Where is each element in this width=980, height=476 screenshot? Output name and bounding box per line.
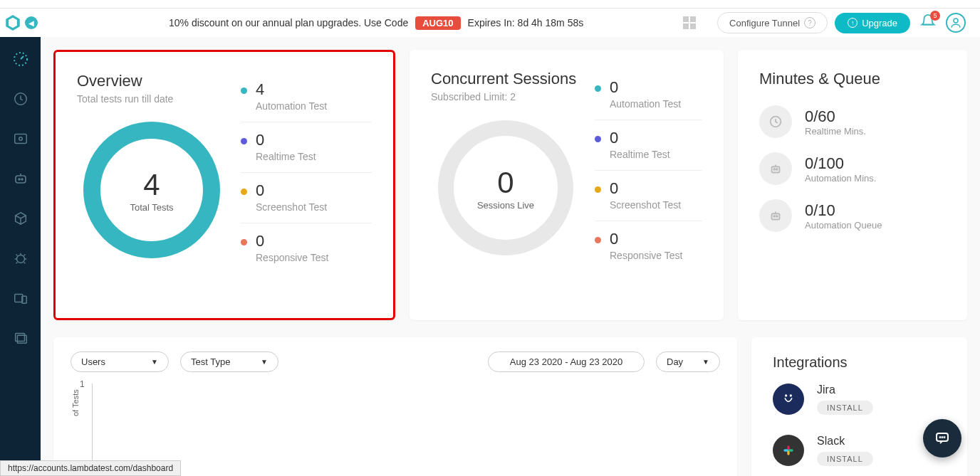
stat-dot-icon bbox=[241, 88, 247, 94]
browser-icon bbox=[12, 131, 29, 147]
sidebar-item-responsive[interactable] bbox=[11, 289, 30, 307]
stat-value: 0 bbox=[610, 80, 681, 95]
notification-count-badge: 5 bbox=[930, 11, 940, 21]
notifications-button[interactable]: 5 bbox=[920, 14, 936, 32]
stat-label: Screenshot Test bbox=[610, 199, 681, 211]
jira-icon bbox=[773, 384, 804, 415]
svg-point-30 bbox=[942, 437, 943, 438]
overview-stats-list: 4Automation Test 0Realtime Test 0Screens… bbox=[241, 72, 372, 273]
stat-row: 0Responsive Test bbox=[595, 221, 702, 271]
stat-dot-icon bbox=[595, 186, 601, 193]
svg-rect-12 bbox=[17, 335, 26, 343]
overview-title: Overview bbox=[77, 72, 226, 90]
stat-value: 0 bbox=[256, 233, 328, 249]
overview-subtitle: Total tests run till date bbox=[77, 93, 226, 105]
configure-tunnel-button[interactable]: Configure Tunnel ? bbox=[717, 12, 828, 33]
granularity-dropdown[interactable]: Day▼ bbox=[656, 351, 720, 372]
usage-chart: 1 of Tests bbox=[92, 384, 720, 469]
promo-code-badge: AUG10 bbox=[415, 16, 460, 30]
concurrent-sessions-card: Concurrent Sessions Subscribed Limit: 2 … bbox=[410, 50, 724, 320]
integration-row: SlackINSTALL bbox=[773, 425, 946, 476]
install-button[interactable]: INSTALL bbox=[817, 401, 873, 415]
mq-value: 0/10 bbox=[805, 201, 882, 220]
overview-donut-chart: 4 Total Tests bbox=[80, 119, 223, 261]
dropdown-label: Aug 23 2020 - Aug 23 2020 bbox=[510, 356, 622, 367]
stat-row: 0Screenshot Test bbox=[241, 173, 372, 223]
svg-rect-19 bbox=[772, 213, 780, 219]
svg-point-0 bbox=[954, 18, 958, 23]
concurrent-total-label: Sessions Live bbox=[477, 200, 534, 211]
user-icon bbox=[949, 16, 962, 29]
stat-label: Automation Test bbox=[610, 98, 681, 110]
mq-item: 0/60Realtime Mins. bbox=[759, 105, 946, 138]
gauge-icon bbox=[12, 51, 29, 68]
sidebar-item-realtime[interactable] bbox=[11, 90, 30, 108]
install-button[interactable]: INSTALL bbox=[817, 452, 873, 466]
clock-circle-icon bbox=[759, 105, 792, 138]
logo-icon[interactable] bbox=[4, 14, 22, 32]
stat-label: Screenshot Test bbox=[256, 201, 327, 213]
cube-icon bbox=[13, 211, 28, 226]
sidebar-item-bug[interactable] bbox=[11, 249, 30, 268]
integrations-title: Integrations bbox=[773, 354, 946, 371]
stat-label: Realtime Test bbox=[256, 151, 316, 162]
minutes-queue-title: Minutes & Queue bbox=[759, 70, 946, 88]
integration-row: JiraINSTALL bbox=[773, 374, 946, 425]
sidebar-item-folder[interactable] bbox=[11, 329, 30, 347]
usage-chart-card: Users▼ Test Type▼ Aug 23 2020 - Aug 23 2… bbox=[53, 337, 737, 476]
stat-dot-icon bbox=[241, 138, 247, 144]
sidebar-item-automation[interactable] bbox=[11, 169, 30, 188]
stat-value: 0 bbox=[610, 231, 682, 247]
integration-name: Slack bbox=[817, 435, 845, 448]
devices-icon bbox=[12, 290, 29, 306]
mq-item: 0/10Automation Queue bbox=[759, 199, 946, 232]
stat-label: Realtime Test bbox=[610, 149, 670, 160]
promo-expiry: Expires In: 8d 4h 18m 58s bbox=[468, 17, 584, 28]
overview-total-label: Total Tests bbox=[130, 202, 173, 213]
sidebar-nav bbox=[0, 37, 41, 476]
stat-label: Responsive Test bbox=[256, 252, 328, 263]
promo-banner: 10% discount on our annual plan upgrades… bbox=[169, 16, 583, 30]
main-content: Overview Total tests run till date 4 Tot… bbox=[41, 37, 980, 476]
minutes-queue-card: Minutes & Queue 0/60Realtime Mins. 0/100… bbox=[738, 50, 967, 320]
upgrade-arrow-icon: ↑ bbox=[848, 18, 858, 28]
sidebar-item-box[interactable] bbox=[11, 209, 30, 228]
svg-rect-16 bbox=[772, 166, 780, 172]
chat-icon bbox=[934, 430, 951, 447]
stat-value: 0 bbox=[256, 183, 327, 199]
integration-name: Jira bbox=[817, 384, 835, 396]
svg-rect-11 bbox=[15, 334, 24, 342]
sidebar-collapse-button[interactable]: ◀ bbox=[25, 16, 38, 29]
folder-icon bbox=[13, 330, 28, 346]
svg-rect-5 bbox=[16, 176, 26, 183]
sidebar-item-dashboard[interactable] bbox=[11, 50, 30, 68]
y-axis-label: of Tests bbox=[71, 389, 80, 416]
promo-text: 10% discount on our annual plan upgrades… bbox=[169, 17, 408, 28]
concurrent-stats-list: 0Automation Test 0Realtime Test 0Screens… bbox=[595, 70, 702, 271]
stat-dot-icon bbox=[595, 136, 601, 142]
dropdown-label: Day bbox=[667, 356, 683, 367]
upgrade-label: Upgrade bbox=[862, 18, 897, 28]
header-bar: 10% discount on our annual plan upgrades… bbox=[41, 9, 980, 37]
stat-row: 0Realtime Test bbox=[595, 120, 702, 171]
user-avatar[interactable] bbox=[946, 13, 966, 33]
stat-label: Automation Test bbox=[256, 100, 327, 112]
test-type-dropdown[interactable]: Test Type▼ bbox=[180, 351, 278, 372]
dropdown-label: Test Type bbox=[191, 356, 230, 367]
mq-value: 0/100 bbox=[805, 154, 876, 173]
sidebar-item-screenshot[interactable] bbox=[11, 129, 30, 148]
stat-row: 0Realtime Test bbox=[241, 122, 372, 173]
users-dropdown[interactable]: Users▼ bbox=[71, 351, 169, 372]
chat-fab-button[interactable] bbox=[923, 419, 961, 458]
help-icon: ? bbox=[804, 17, 815, 28]
stat-dot-icon bbox=[241, 239, 247, 245]
stat-row: 4Automation Test bbox=[241, 72, 372, 122]
apps-grid-icon[interactable] bbox=[683, 16, 696, 29]
upgrade-button[interactable]: ↑ Upgrade bbox=[835, 13, 910, 33]
stat-value: 0 bbox=[256, 132, 316, 148]
concurrent-title: Concurrent Sessions bbox=[431, 70, 580, 88]
stat-row: 0Responsive Test bbox=[241, 223, 372, 273]
slack-icon bbox=[773, 435, 804, 466]
stat-row: 0Screenshot Test bbox=[595, 171, 702, 221]
date-range-dropdown[interactable]: Aug 23 2020 - Aug 23 2020 bbox=[488, 351, 645, 372]
